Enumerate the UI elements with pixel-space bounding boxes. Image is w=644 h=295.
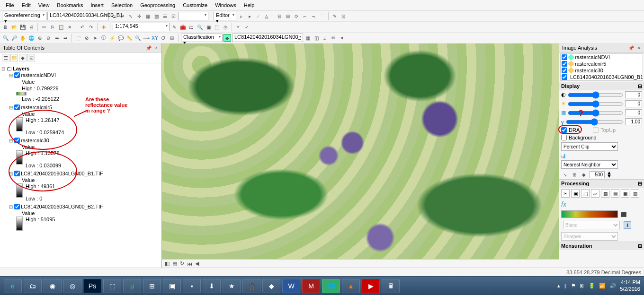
taskbar-app3-icon[interactable]: ◆	[262, 279, 280, 293]
save-icon[interactable]: 💾	[19, 23, 27, 31]
taskbar-cmd-icon[interactable]: ▪	[183, 279, 201, 293]
copy-icon[interactable]: ⎘	[49, 23, 56, 31]
brightness-value[interactable]: 0	[625, 91, 642, 98]
viewer-icon[interactable]: ⊞	[168, 34, 176, 42]
tray-clock[interactable]: 4:14 PM 5/2/2016	[620, 279, 640, 292]
edit-trim-icon[interactable]: ⌐	[301, 12, 309, 20]
ia-layer-1[interactable]: rastercalcnir5	[575, 61, 606, 67]
gamma-slider[interactable]	[566, 119, 624, 125]
menu-selection[interactable]: Selection	[107, 1, 136, 9]
find-icon[interactable]: 🔍	[134, 34, 142, 42]
time-icon[interactable]: ⏱	[160, 34, 167, 42]
transparency-slider[interactable]	[568, 110, 623, 116]
geocode-icon[interactable]: ⌖	[234, 23, 242, 31]
classif-arrow-icon[interactable]: ▾	[338, 34, 346, 42]
clip-icon[interactable]: ✂	[561, 189, 570, 198]
pansharpen-icon[interactable]: ⬇	[624, 221, 631, 229]
print-icon[interactable]: 🖨	[27, 23, 35, 31]
georef-addpt-icon[interactable]: ✛	[135, 12, 143, 20]
composite-icon[interactable]: ⬚	[581, 189, 590, 198]
edit-fillet-icon[interactable]: ⌒	[318, 12, 326, 20]
taskbar-word-icon[interactable]: W	[282, 279, 300, 293]
expand-root[interactable]: ⊟	[1, 66, 6, 71]
taskbar-media-icon[interactable]: ★	[223, 279, 241, 293]
resample-select[interactable]: Nearest Neighbor	[561, 160, 618, 169]
georeferencing-dropdown[interactable]: Georeferencing ▾	[2, 12, 46, 20]
tray-volume-icon[interactable]: 🔊	[609, 283, 616, 289]
georef-layer-dropdown[interactable]: LC81420402016034LGN00_B1.	[47, 12, 109, 20]
measure-icon[interactable]: 📏	[125, 34, 133, 42]
taskbar-ps-icon[interactable]: Ps	[83, 279, 101, 293]
export-icon[interactable]: ▧	[631, 189, 639, 198]
toc-source-icon[interactable]: 📁	[10, 54, 18, 61]
classif-train-icon[interactable]: ◫	[313, 34, 320, 42]
taskbar-explorer-icon[interactable]: 🗂	[24, 279, 42, 293]
fx-icon[interactable]: fx	[561, 200, 566, 208]
ia-layer-list[interactable]: rastercalcNDVI rastercalcnir5 rastercalc…	[560, 53, 643, 81]
taskbar-app2-icon[interactable]: ▣	[163, 279, 181, 293]
ia-chk-3[interactable]	[562, 74, 567, 80]
taskbar-mendeley-icon[interactable]: M	[302, 279, 320, 293]
ia-pin-close[interactable]: 📌 ×	[628, 45, 641, 51]
system-tray[interactable]: ▴ ᛒ ⚑ ⛨ 🔋 📶 🔊 4:14 PM 5/2/2016	[557, 279, 640, 292]
layer-checkbox-4[interactable]	[14, 204, 20, 209]
edit-tool2-icon[interactable]: ▸	[246, 12, 253, 20]
ia-layer-0[interactable]: rastercalcNDVI	[575, 54, 610, 60]
map-layoutview-icon[interactable]: ▤	[172, 260, 177, 267]
orthorectify-icon[interactable]: ▤	[611, 189, 619, 198]
classif-layer-dropdown[interactable]: LC81420402016034LGN00_	[232, 34, 303, 42]
layer-checkbox-0[interactable]	[14, 72, 20, 78]
goto-xy-icon[interactable]: XY	[151, 34, 159, 42]
expand-l1[interactable]: ⊟	[9, 105, 13, 110]
redo-icon[interactable]: ↷	[87, 23, 95, 31]
tray-flag-icon[interactable]: ⚑	[571, 283, 576, 289]
tray-shield-icon[interactable]: ⛨	[580, 283, 585, 289]
contrast-slider[interactable]	[568, 101, 623, 107]
clear-select-icon[interactable]: ⊘	[83, 34, 90, 42]
background-checkbox[interactable]	[561, 135, 567, 140]
catalog-icon[interactable]: 🗂	[188, 23, 195, 31]
new-icon[interactable]: 🗎	[2, 23, 9, 31]
georef-table-icon[interactable]: ☰	[161, 12, 169, 20]
add-data-icon[interactable]: ✚	[100, 23, 107, 31]
georef-scale-icon[interactable]: ⤡	[127, 12, 134, 20]
classification-dropdown[interactable]: Classification ▾	[181, 34, 223, 42]
open-icon[interactable]: 📂	[10, 23, 18, 31]
undo-icon[interactable]: ↶	[79, 23, 86, 31]
filter-icon[interactable]: ▦	[621, 189, 629, 198]
transparency-value[interactable]: 0	[625, 109, 642, 116]
identify-icon[interactable]: ⓘ	[100, 34, 107, 42]
hyperlink-icon[interactable]: ⚡	[108, 34, 116, 42]
tray-bt-icon[interactable]: ᛒ	[564, 283, 567, 289]
zoom-out-icon[interactable]: 🔎	[10, 34, 18, 42]
layer-checkbox-1[interactable]	[14, 104, 20, 110]
edit-tool4-icon[interactable]: ◬	[263, 12, 270, 20]
gamma-value[interactable]: 1.00	[625, 118, 642, 125]
paste-icon[interactable]: 📋	[57, 23, 65, 31]
taskbar-utorrent-icon[interactable]: µ	[123, 279, 141, 293]
layer-name-0[interactable]: rastercalcNDVI	[21, 72, 56, 78]
editor-dropdown[interactable]: Editor ▾	[214, 12, 236, 20]
layer-name-3[interactable]: LC81420402016034LGN00_B1.TIF	[21, 171, 103, 176]
layer-checkbox-2[interactable]	[14, 138, 20, 143]
tray-wifi-icon[interactable]: 📶	[599, 283, 606, 289]
layer-checkbox-3[interactable]	[14, 171, 20, 176]
select-icon[interactable]: ⬚	[74, 34, 82, 42]
collapse-icon[interactable]: ⊟	[638, 83, 642, 89]
delete-icon[interactable]: ✕	[66, 23, 73, 31]
ia-layer-2[interactable]: rastercalc30	[575, 68, 603, 73]
collapse-icon[interactable]: ⊟	[638, 243, 642, 249]
difference-icon[interactable]: ▱	[591, 189, 599, 198]
taskbar-vlc-icon[interactable]: ▲	[342, 279, 360, 293]
map-pause-icon[interactable]: ⏮	[187, 261, 192, 267]
search-icon[interactable]: 🔍	[196, 23, 204, 31]
tray-up-icon[interactable]: ▴	[557, 283, 560, 289]
modelbuilder-icon[interactable]: ⬚	[213, 23, 221, 31]
colormap-btn-icon[interactable]: ⬛	[620, 210, 627, 218]
menu-geoprocessing[interactable]: Geoprocessing	[136, 1, 179, 9]
menu-customize[interactable]: Customize	[179, 1, 211, 9]
accelerate-icon[interactable]: ⊞	[571, 171, 578, 178]
menu-windows[interactable]: Windows	[211, 1, 240, 9]
contrast-value[interactable]: 0	[625, 100, 642, 107]
classif-merge-icon[interactable]: ⟂	[321, 34, 329, 42]
